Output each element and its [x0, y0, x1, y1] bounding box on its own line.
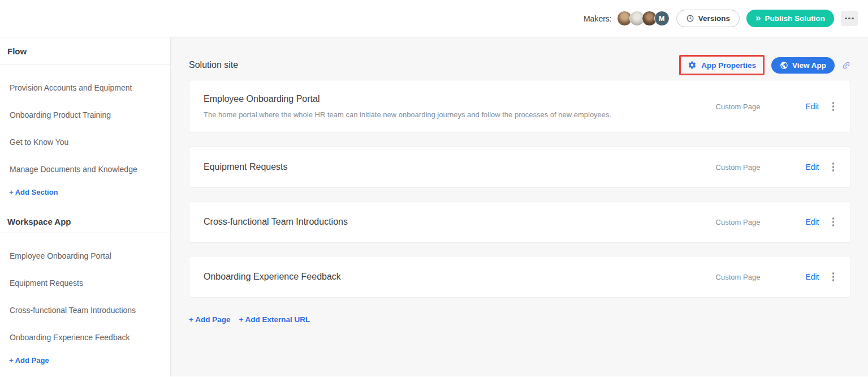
- kebab-menu-icon[interactable]: [830, 215, 837, 229]
- versions-label: Versions: [698, 14, 730, 23]
- kebab-menu-icon[interactable]: [830, 100, 837, 113]
- page-type-label: Custom Page: [716, 163, 761, 172]
- edit-link[interactable]: Edit: [805, 217, 819, 226]
- main-content: Solution site App Properties: [171, 37, 868, 376]
- page-card-title: Equipment Requests: [204, 162, 716, 172]
- add-section-link[interactable]: + Add Section: [0, 183, 170, 201]
- double-chevron-right-icon: »: [755, 13, 761, 23]
- gear-icon: [688, 61, 697, 70]
- page-type-label: Custom Page: [716, 218, 761, 226]
- page-card-equipment-requests: Equipment Requests Custom Page Edit: [189, 146, 851, 188]
- publish-solution-button[interactable]: » Publish Solution: [746, 10, 834, 27]
- workspace-app-item-list: Employee Onboarding Portal Equipment Req…: [0, 242, 170, 369]
- link-icon[interactable]: [841, 61, 851, 70]
- ellipsis-icon: [845, 18, 847, 20]
- view-app-button[interactable]: View App: [771, 57, 835, 74]
- sidebar-item-get-to-know-you[interactable]: Get to Know You: [0, 128, 170, 156]
- add-external-url-link[interactable]: + Add External URL: [239, 315, 310, 324]
- header-actions: App Properties View App: [679, 55, 851, 75]
- makers-label: Makers:: [584, 14, 612, 23]
- sidebar-section-workspace-app-heading: Workspace App: [0, 210, 170, 233]
- sidebar-section-flow-heading: Flow: [0, 37, 170, 65]
- flow-item-list: Provision Accounts and Equipment Onboard…: [0, 74, 170, 201]
- sidebar: Flow Provision Accounts and Equipment On…: [0, 37, 171, 376]
- globe-icon: [780, 61, 788, 70]
- page-type-label: Custom Page: [716, 273, 761, 281]
- versions-button[interactable]: Versions: [676, 10, 740, 27]
- highlight-annotation-box: App Properties: [679, 55, 765, 75]
- sidebar-item-cross-functional-intros[interactable]: Cross-functional Team Introductions: [0, 297, 170, 324]
- page-card-list: Employee Onboarding Portal The home port…: [189, 80, 851, 298]
- history-clock-icon: [686, 14, 694, 23]
- add-page-sidebar-link[interactable]: + Add Page: [0, 351, 170, 369]
- topbar: Makers: M Versions » Publish Solution: [0, 0, 868, 37]
- sidebar-divider: [0, 233, 170, 233]
- page-card-title: Employee Onboarding Portal: [204, 94, 716, 104]
- page-card-cross-functional-intros: Cross-functional Team Introductions Cust…: [189, 201, 851, 243]
- sidebar-item-equipment-requests[interactable]: Equipment Requests: [0, 269, 170, 297]
- maker-avatar-initial[interactable]: M: [654, 11, 670, 26]
- sidebar-item-provision-accounts[interactable]: Provision Accounts and Equipment: [0, 74, 170, 101]
- edit-link[interactable]: Edit: [805, 272, 819, 281]
- kebab-menu-icon[interactable]: [830, 270, 837, 284]
- page-card-experience-feedback: Onboarding Experience Feedback Custom Pa…: [189, 256, 851, 298]
- sidebar-item-manage-documents[interactable]: Manage Documents and Knowledge: [0, 156, 170, 183]
- page-card-description: The home portal where the whole HR team …: [204, 110, 716, 119]
- app-properties-label: App Properties: [701, 61, 756, 70]
- view-app-label: View App: [792, 61, 826, 70]
- edit-link[interactable]: Edit: [805, 162, 819, 172]
- main-header: Solution site App Properties: [189, 53, 851, 77]
- add-page-link[interactable]: + Add Page: [189, 315, 230, 324]
- app-properties-button[interactable]: App Properties: [688, 61, 756, 70]
- sidebar-item-product-training[interactable]: Onboarding Product Training: [0, 101, 170, 128]
- makers-group: Makers: M: [584, 11, 670, 26]
- sidebar-item-employee-onboarding-portal[interactable]: Employee Onboarding Portal: [0, 242, 170, 269]
- page-type-label: Custom Page: [716, 102, 761, 111]
- more-options-button[interactable]: [841, 11, 858, 26]
- publish-solution-label: Publish Solution: [765, 14, 826, 23]
- edit-link[interactable]: Edit: [805, 102, 819, 111]
- page-card-employee-onboarding-portal: Employee Onboarding Portal The home port…: [189, 80, 851, 133]
- page-layout: Flow Provision Accounts and Equipment On…: [0, 37, 868, 376]
- sidebar-divider: [0, 65, 170, 65]
- page-card-title: Onboarding Experience Feedback: [204, 272, 716, 282]
- maker-avatars: M: [617, 11, 670, 26]
- page-title: Solution site: [189, 60, 238, 70]
- page-card-title: Cross-functional Team Introductions: [204, 217, 716, 227]
- add-links-row: + Add Page + Add External URL: [189, 315, 851, 324]
- kebab-menu-icon[interactable]: [830, 160, 837, 174]
- sidebar-item-experience-feedback[interactable]: Onboarding Experience Feedback: [0, 324, 170, 351]
